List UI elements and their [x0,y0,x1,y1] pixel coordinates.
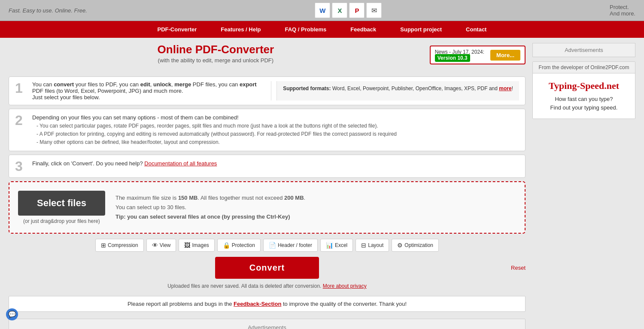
layout-icon: ⊟ [361,242,366,249]
bullet-3: - Many other options can be defined, lik… [36,138,519,146]
convert-button[interactable]: Convert [215,257,319,279]
images-label: Images [192,242,209,248]
max-files-text: You can select up to 30 files. [115,203,305,212]
step-3-box: 3 Finally, click on 'Convert'. Do you ne… [9,155,526,178]
page-subtitle: (with the ability to edit, merge and unl… [9,57,423,64]
options-bar: ⊞ Compression 👁 View 🖼 Images 🔒 Protecti… [9,239,526,252]
step-1-supported: Supported formats: Word, Excel, Powerpoi… [276,81,519,101]
title-news-row: Online PDF-Converter (with the ability t… [9,43,526,70]
view-label: View [160,242,171,248]
compression-label: Compression [108,242,138,248]
view-button[interactable]: 👁 View [146,239,176,252]
doc-link[interactable]: Documentation of all features [144,160,217,167]
step-1-box: 1 You can convert your files to PDF, you… [9,76,526,105]
tagline: Fast. Easy to use. Online. Free. [9,7,87,14]
privacy-link[interactable]: More about privacy [323,283,367,289]
nav-feedback[interactable]: Feedback [338,21,388,38]
header-footer-icon: 📄 [269,242,276,249]
nav-support[interactable]: Support project [388,21,454,38]
step-1-text: You can convert your files to PDF, you c… [32,81,266,101]
word-icon: W [315,3,330,18]
view-icon: 👁 [152,242,158,249]
file-info: The maximum file size is 150 MB. All fil… [115,193,305,222]
drag-hint: (or just drag&drop your files here) [23,218,100,224]
protection-button[interactable]: 🔒 Protection [217,239,261,252]
bullet-1: - You can select particular pages, rotat… [36,122,519,130]
excel-label: Excel [335,242,347,248]
feedback-bar: Please report all problems and bugs in t… [9,296,526,312]
nav-features-help[interactable]: Features / Help [209,21,273,38]
step-1-number: 1 [15,81,27,95]
typing-speed-box[interactable]: Typing-Speed.net How fast can you type? … [533,73,635,119]
header-footer-button[interactable]: 📄 Header / footer [263,239,318,252]
tip-text: Tip: you can select several files at onc… [115,212,305,222]
sidebar-dev-label: From the developer of Online2PDF.com [533,62,635,73]
typing-speed-text-1: How fast can you type? [540,95,628,104]
step-3-text: Finally, click on 'Convert'. Do you need… [32,159,519,168]
more-formats-link[interactable]: more [499,85,511,91]
layout-button[interactable]: ⊟ Layout [355,239,389,252]
step-1-divider [271,81,271,101]
chat-icon[interactable]: 💬 [6,308,18,320]
news-more-button[interactable]: More... [490,50,520,61]
file-select-section: Select files (or just drag&drop your fil… [18,191,105,224]
convert-row: Convert Reset [9,257,526,279]
feedback-link[interactable]: Feedback-Section [234,301,281,307]
excel-icon: X [332,3,347,18]
optimization-button[interactable]: ⚙ Optimization [392,239,439,252]
content-area: Online PDF-Converter (with the ability t… [9,43,526,329]
main-wrapper: Online PDF-Converter (with the ability t… [0,38,644,329]
sidebar-dev-box: From the developer of Online2PDF.com Typ… [532,61,635,119]
mail-icon: ✉ [366,3,382,18]
news-text: News - July 17, 2024: Version 10.3 [435,49,484,61]
ppt-icon: P [349,3,365,18]
step-3-number: 3 [15,159,27,173]
optimization-icon: ⚙ [397,242,403,249]
title-section: Online PDF-Converter (with the ability t… [9,43,423,70]
nav-contact[interactable]: Contact [454,21,498,38]
protect-label: Protect. And more. [610,4,635,17]
max-size-text: The maximum file size is 150 MB. All fil… [115,193,305,203]
news-box: News - July 17, 2024: Version 10.3 More.… [430,46,526,64]
nav-pdf-converter[interactable]: PDF-Converter [146,21,209,38]
step-2-box: 2 Depending on your files you can set ma… [9,109,526,151]
compression-button[interactable]: ⊞ Compression [95,239,144,252]
protection-icon: 🔒 [223,242,230,249]
images-icon: 🖼 [184,242,190,249]
excel-icon-btn: 📊 [326,242,333,249]
protection-label: Protection [232,242,255,248]
format-icons: W X P ✉ [315,3,382,18]
layout-label: Layout [368,242,383,248]
main-nav: PDF-Converter Features / Help FAQ / Prob… [0,21,644,38]
compression-icon: ⊞ [101,242,106,249]
ads-box: Advertisements [9,319,526,329]
privacy-note: Uploaded files are never saved. All data… [9,283,526,289]
step-1-content: You can convert your files to PDF, you c… [32,81,266,101]
typing-speed-logo: Typing-Speed.net [540,80,628,91]
optimization-label: Optimization [404,242,433,248]
nav-faq[interactable]: FAQ / Problems [273,21,338,38]
file-drop-area[interactable]: Select files (or just drag&drop your fil… [9,181,526,234]
step-2-bullets: - You can select particular pages, rotat… [36,122,519,147]
typing-speed-text-2: Find out your typing speed. [540,104,628,112]
top-banner: Fast. Easy to use. Online. Free. W X P ✉… [0,0,644,21]
sidebar: Advertisements From the developer of Onl… [532,43,635,329]
bullet-2: - A PDF protection for printing, copying… [36,130,519,138]
news-version: Version 10.3 [435,54,470,62]
sidebar-ads-label: Advertisements [532,43,635,57]
excel-button[interactable]: 📊 Excel [320,239,353,252]
reset-link[interactable]: Reset [511,265,526,271]
step-3-content: Finally, click on 'Convert'. Do you need… [32,159,519,168]
step-2-content: Depending on your files you can set many… [32,113,519,146]
header-footer-label: Header / footer [278,242,312,248]
images-button[interactable]: 🖼 Images [179,239,214,252]
page-title: Online PDF-Converter [9,43,423,56]
step-2-number: 2 [15,113,27,127]
step-2-text: Depending on your files you can set many… [32,113,519,122]
select-files-button[interactable]: Select files [18,191,105,216]
